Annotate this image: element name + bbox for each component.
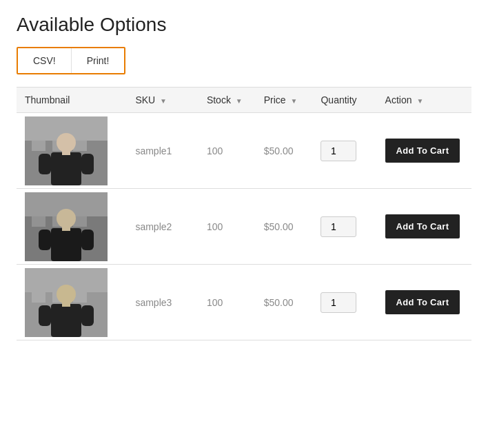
price-cell: $50.00 bbox=[256, 265, 313, 340]
products-table: Thumbnail SKU ▼ Stock ▼ Price ▼ Quantity… bbox=[17, 87, 471, 340]
price-cell: $50.00 bbox=[256, 189, 313, 265]
table-row: sample2100$50.00Add To Cart bbox=[17, 189, 471, 265]
add-to-cart-button[interactable]: Add To Cart bbox=[385, 214, 460, 238]
quantity-input[interactable] bbox=[321, 216, 356, 237]
print-button[interactable]: Print! bbox=[72, 48, 125, 73]
price-cell: $50.00 bbox=[256, 113, 313, 189]
svg-point-17 bbox=[57, 209, 76, 228]
svg-rect-31 bbox=[39, 305, 51, 326]
svg-rect-18 bbox=[51, 228, 81, 261]
quantity-input[interactable] bbox=[321, 292, 356, 313]
quantity-input[interactable] bbox=[321, 141, 356, 161]
thumbnail-cell bbox=[17, 265, 127, 340]
action-sort-icon[interactable]: ▼ bbox=[416, 97, 423, 105]
sku-cell: sample1 bbox=[127, 113, 198, 189]
page-title: Available Options bbox=[17, 14, 471, 36]
svg-rect-7 bbox=[51, 152, 81, 185]
action-cell: Add To Cart bbox=[377, 265, 471, 340]
quantity-cell bbox=[312, 265, 376, 340]
sku-sort-icon[interactable]: ▼ bbox=[160, 97, 167, 105]
col-stock: Stock ▼ bbox=[199, 88, 256, 113]
add-to-cart-button[interactable]: Add To Cart bbox=[385, 139, 460, 163]
product-thumbnail bbox=[25, 116, 108, 185]
product-thumbnail bbox=[25, 192, 108, 261]
svg-rect-3 bbox=[32, 141, 45, 151]
stock-cell: 100 bbox=[199, 189, 256, 265]
svg-rect-8 bbox=[62, 150, 70, 155]
action-cell: Add To Cart bbox=[377, 113, 471, 189]
stock-cell: 100 bbox=[199, 265, 256, 340]
sku-cell: sample3 bbox=[127, 265, 198, 340]
action-cell: Add To Cart bbox=[377, 189, 471, 265]
col-price: Price ▼ bbox=[256, 88, 313, 113]
sku-cell: sample2 bbox=[127, 189, 198, 265]
svg-rect-10 bbox=[81, 154, 94, 174]
svg-rect-20 bbox=[39, 230, 51, 250]
svg-rect-29 bbox=[51, 304, 81, 337]
product-thumbnail bbox=[25, 268, 108, 337]
col-action: Action ▼ bbox=[377, 88, 471, 113]
stock-sort-icon[interactable]: ▼ bbox=[236, 97, 243, 105]
svg-rect-14 bbox=[32, 216, 45, 227]
col-sku: SKU ▼ bbox=[127, 88, 198, 113]
svg-rect-32 bbox=[81, 305, 94, 326]
quantity-cell bbox=[312, 189, 376, 265]
add-to-cart-button[interactable]: Add To Cart bbox=[385, 290, 460, 314]
thumbnail-cell bbox=[17, 189, 127, 265]
svg-point-28 bbox=[57, 285, 76, 304]
stock-cell: 100 bbox=[199, 113, 256, 189]
svg-rect-19 bbox=[62, 225, 70, 231]
svg-rect-25 bbox=[32, 292, 45, 303]
csv-button[interactable]: CSV! bbox=[18, 48, 72, 73]
svg-rect-9 bbox=[39, 154, 51, 174]
svg-rect-30 bbox=[62, 301, 70, 307]
svg-point-6 bbox=[57, 133, 76, 152]
table-header-row: Thumbnail SKU ▼ Stock ▼ Price ▼ Quantity… bbox=[17, 88, 471, 113]
table-row: sample1100$50.00Add To Cart bbox=[17, 113, 471, 189]
thumbnail-cell bbox=[17, 113, 127, 189]
svg-rect-21 bbox=[81, 230, 94, 250]
table-row: sample3100$50.00Add To Cart bbox=[17, 265, 471, 340]
toolbar: CSV! Print! bbox=[17, 47, 125, 74]
col-quantity: Quantity bbox=[312, 88, 376, 113]
col-thumbnail: Thumbnail bbox=[17, 88, 127, 113]
price-sort-icon[interactable]: ▼ bbox=[290, 97, 297, 105]
quantity-cell bbox=[312, 113, 376, 189]
